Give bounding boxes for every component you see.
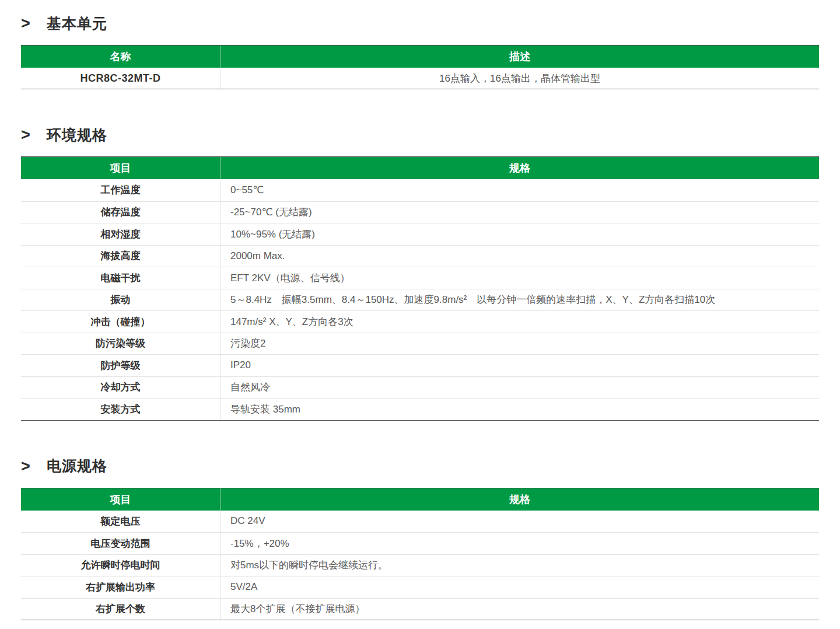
column-header-name: 名称 [21,46,220,68]
row-value: IP20 [220,355,819,376]
row-label: 冲击（碰撞） [21,311,220,333]
row-value: 16点输入，16点输出，晶体管输出型 [220,68,819,89]
row-label: 电磁干扰 [21,267,220,289]
table-body: 额定电压DC 24V电压变动范围-15%，+20%允许瞬时停电时间对5ms以下的… [21,511,819,620]
row-label: 右扩展个数 [21,599,220,620]
table-row: 工作温度0~55℃ [21,179,819,201]
row-value: 自然风冷 [220,377,819,399]
row-value: 污染度2 [220,333,819,355]
row-value: 0~55℃ [220,179,819,201]
row-value: 5V/2A [220,576,819,598]
row-value: -15%，+20% [220,533,819,554]
column-header-item: 项目 [21,157,220,179]
table-row: 储存温度-25~70℃ (无结露) [21,201,819,223]
table-row: HCR8C-32MT-D16点输入，16点输出，晶体管输出型 [21,68,819,89]
row-label: 安装方式 [21,399,220,420]
table-row: 海拔高度2000m Max. [21,245,819,267]
table-row: 防护等级IP20 [21,354,819,376]
row-value: -25~70℃ (无结露) [220,202,819,223]
table-row: 电磁干扰EFT 2KV（电源、信号线） [21,267,819,289]
chevron-right-icon: > [21,457,47,475]
row-value: 对5ms以下的瞬时停电会继续运行。 [220,555,819,576]
section-environment-spec: > 环境规格 项目 规格 工作温度0~55℃储存温度-25~70℃ (无结露)相… [21,125,819,421]
table-row: 允许瞬时停电时间对5ms以下的瞬时停电会继续运行。 [21,554,819,576]
chevron-right-icon: > [21,126,47,144]
row-value: EFT 2KV（电源、信号线） [220,267,819,289]
chevron-right-icon: > [21,15,47,32]
section-title: 电源规格 [47,456,107,476]
spec-table: 名称 描述 HCR8C-32MT-D16点输入，16点输出，晶体管输出型 [21,45,819,89]
table-row: 安装方式导轨安装 35mm [21,398,819,420]
spec-table: 项目 规格 工作温度0~55℃储存温度-25~70℃ (无结露)相对湿度10%~… [21,156,819,421]
table-row: 电压变动范围-15%，+20% [21,532,819,554]
row-label: HCR8C-32MT-D [21,68,220,89]
section-power-spec: > 电源规格 项目 规格 额定电压DC 24V电压变动范围-15%，+20%允许… [21,457,819,621]
row-label: 工作温度 [21,179,220,201]
column-header-spec: 规格 [220,488,819,511]
table-body: 工作温度0~55℃储存温度-25~70℃ (无结露)相对湿度10%~95% (无… [21,179,819,420]
column-header-description: 描述 [220,46,819,68]
table-row: 冲击（碰撞）147m/s² X、Y、Z方向各3次 [21,310,819,333]
spec-table: 项目 规格 额定电压DC 24V电压变动范围-15%，+20%允许瞬时停电时间对… [21,488,819,621]
table-row: 额定电压DC 24V [21,511,819,533]
row-value: 导轨安装 35mm [220,399,819,420]
column-header-item: 项目 [21,488,220,511]
table-row: 右扩展输出功率5V/2A [21,576,819,598]
row-value: 147m/s² X、Y、Z方向各3次 [220,311,819,333]
section-header: > 环境规格 [21,125,819,144]
table-body: HCR8C-32MT-D16点输入，16点输出，晶体管输出型 [21,68,819,89]
table-header-row: 项目 规格 [21,488,819,511]
row-value: DC 24V [220,511,819,533]
section-title: 环境规格 [47,125,107,145]
row-label: 冷却方式 [21,377,220,399]
row-label: 额定电压 [21,511,220,533]
table-row: 相对湿度10%~95% (无结露) [21,223,819,245]
row-label: 相对湿度 [21,223,220,245]
row-label: 海拔高度 [21,246,220,267]
spec-document: > 基本单元 名称 描述 HCR8C-32MT-D16点输入，16点输出，晶体管… [0,0,840,620]
table-header-row: 名称 描述 [21,46,819,68]
row-value: 最大8个扩展（不接扩展电源） [220,599,819,620]
row-value: 10%~95% (无结露) [220,223,819,245]
row-label: 储存温度 [21,202,220,223]
row-label: 允许瞬时停电时间 [21,555,220,576]
row-label: 电压变动范围 [21,533,220,554]
section-header: > 基本单元 [21,14,819,33]
table-row: 冷却方式自然风冷 [21,376,819,399]
row-label: 防护等级 [21,355,220,376]
row-label: 振动 [21,289,220,311]
row-label: 防污染等级 [21,333,220,355]
table-row: 振动5～8.4Hz 振幅3.5mm、8.4～150Hz、加速度9.8m/s² 以… [21,289,819,311]
table-row: 防污染等级污染度2 [21,333,819,355]
row-value: 2000m Max. [220,246,819,267]
section-title: 基本单元 [47,14,107,33]
table-row: 右扩展个数最大8个扩展（不接扩展电源） [21,598,819,620]
section-header: > 电源规格 [21,457,819,476]
row-label: 右扩展输出功率 [21,576,220,598]
table-header-row: 项目 规格 [21,157,819,179]
column-header-spec: 规格 [220,157,819,179]
section-basic-unit: > 基本单元 名称 描述 HCR8C-32MT-D16点输入，16点输出，晶体管… [21,14,819,89]
row-value: 5～8.4Hz 振幅3.5mm、8.4～150Hz、加速度9.8m/s² 以每分… [220,289,819,311]
